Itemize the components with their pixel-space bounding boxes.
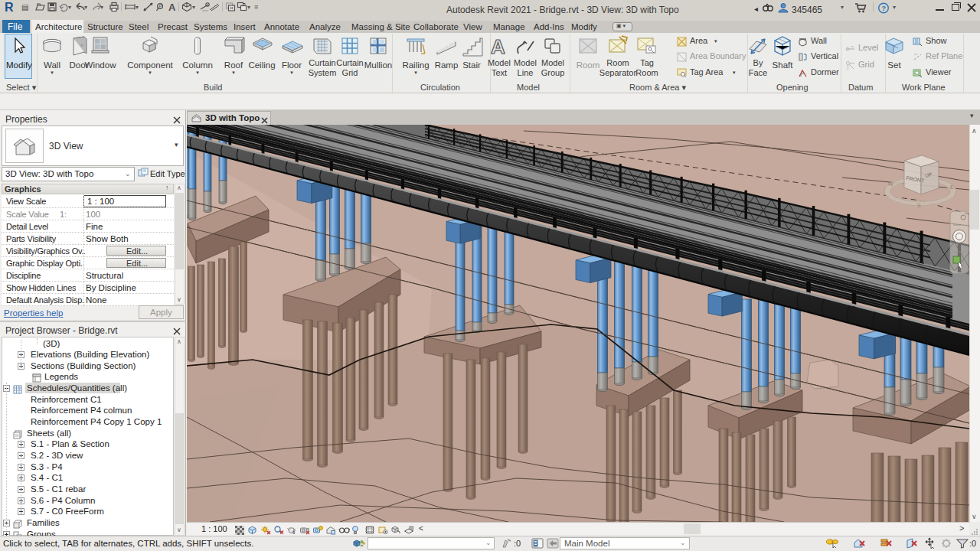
svg-text:S: S: [917, 203, 921, 208]
svg-text:A: A: [168, 2, 176, 12]
svg-text:A: A: [491, 35, 505, 57]
svg-text:E: E: [950, 184, 954, 190]
svg-text:?: ?: [881, 5, 886, 12]
svg-text:P: P: [158, 4, 162, 8]
svg-text:W: W: [888, 181, 893, 187]
